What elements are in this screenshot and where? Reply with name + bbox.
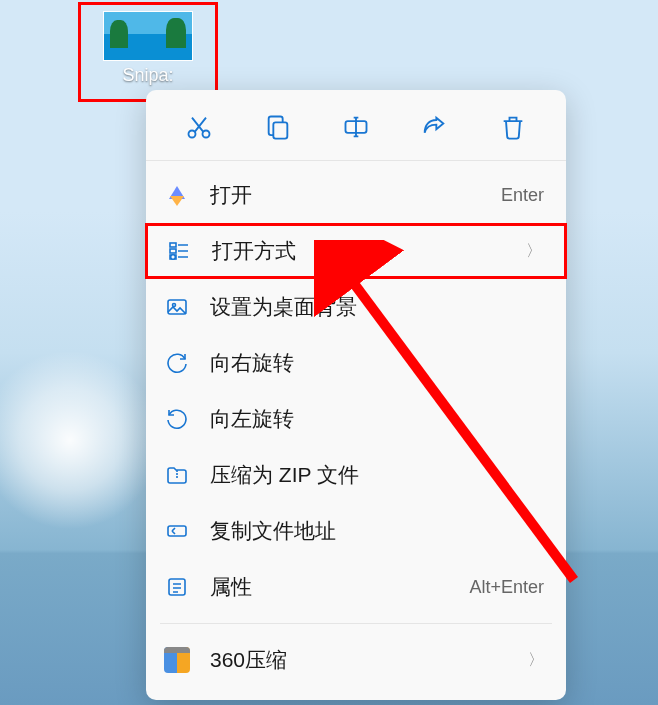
context-menu: 打开 Enter 打开方式 〉 设置为桌面背景 xyxy=(146,90,566,700)
wallpaper-icon xyxy=(164,294,190,320)
menu-label: 设置为桌面背景 xyxy=(210,293,544,321)
rename-button[interactable] xyxy=(330,106,382,148)
menu-label: 复制文件地址 xyxy=(210,517,544,545)
rotate-left-icon xyxy=(164,406,190,432)
delete-button[interactable] xyxy=(487,106,539,148)
menu-item-copy-path[interactable]: 复制文件地址 xyxy=(146,503,566,559)
menu-item-360zip[interactable]: 360压缩 〉 xyxy=(146,632,566,688)
menu-item-open-with[interactable]: 打开方式 〉 xyxy=(145,223,567,279)
file-thumbnail xyxy=(103,11,193,61)
zip-icon xyxy=(164,462,190,488)
menu-shortcut: Enter xyxy=(501,185,544,206)
rotate-right-icon xyxy=(164,350,190,376)
svg-point-1 xyxy=(203,131,210,138)
svg-point-0 xyxy=(189,131,196,138)
share-button[interactable] xyxy=(408,106,460,148)
cut-button[interactable] xyxy=(173,106,225,148)
menu-label: 向左旋转 xyxy=(210,405,544,433)
menu-item-set-wallpaper[interactable]: 设置为桌面背景 xyxy=(146,279,566,335)
menu-label: 向右旋转 xyxy=(210,349,544,377)
delete-icon xyxy=(499,113,527,141)
chevron-right-icon: 〉 xyxy=(526,241,542,262)
menu-label: 打开方式 xyxy=(212,237,526,265)
sun-glow xyxy=(0,350,160,530)
cut-icon xyxy=(185,113,213,141)
svg-rect-5 xyxy=(170,249,176,253)
menu-label: 打开 xyxy=(210,181,501,209)
open-icon xyxy=(164,182,190,208)
menu-item-properties[interactable]: 属性 Alt+Enter xyxy=(146,559,566,615)
action-bar xyxy=(146,98,566,161)
menu-divider xyxy=(160,623,552,624)
menu-label: 压缩为 ZIP 文件 xyxy=(210,461,544,489)
menu-item-rotate-left[interactable]: 向左旋转 xyxy=(146,391,566,447)
rename-icon xyxy=(342,113,370,141)
menu-item-compress-zip[interactable]: 压缩为 ZIP 文件 xyxy=(146,447,566,503)
chevron-right-icon: 〉 xyxy=(528,650,544,671)
menu-shortcut: Alt+Enter xyxy=(469,577,544,598)
zip360-icon xyxy=(164,647,190,673)
menu-item-rotate-right[interactable]: 向右旋转 xyxy=(146,335,566,391)
svg-rect-2 xyxy=(273,122,287,138)
svg-rect-10 xyxy=(168,526,186,536)
menu-item-open[interactable]: 打开 Enter xyxy=(146,167,566,223)
share-icon xyxy=(420,113,448,141)
open-with-icon xyxy=(166,238,192,264)
menu-label: 360压缩 xyxy=(210,646,528,674)
properties-icon xyxy=(164,574,190,600)
svg-rect-4 xyxy=(170,243,176,247)
copy-icon xyxy=(264,113,292,141)
menu-label: 属性 xyxy=(210,573,469,601)
desktop-file-icon[interactable]: Snipa: xyxy=(78,2,218,102)
copy-button[interactable] xyxy=(252,106,304,148)
file-label: Snipa: xyxy=(122,65,173,86)
copy-path-icon xyxy=(164,518,190,544)
